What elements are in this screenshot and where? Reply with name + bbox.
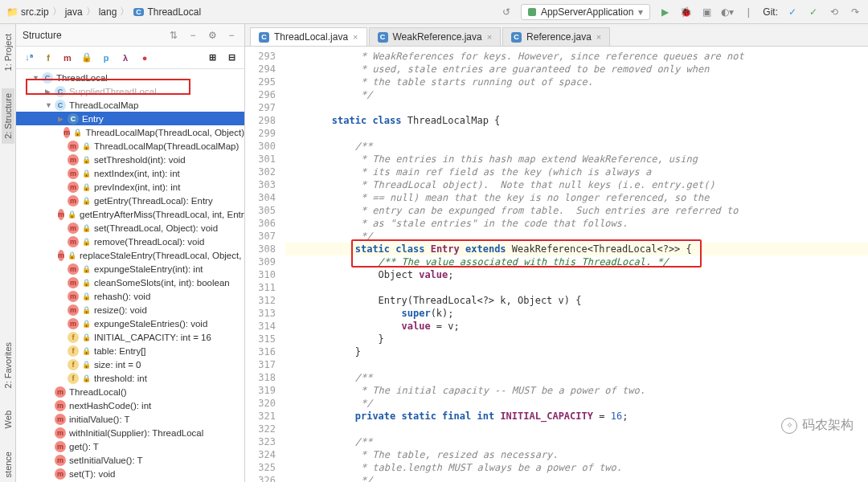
field-icon: f bbox=[68, 373, 79, 384]
method-icon: m bbox=[58, 250, 64, 261]
close-icon[interactable]: × bbox=[487, 32, 492, 42]
tree-row[interactable]: f🔒threshold: int bbox=[16, 371, 244, 385]
stop-icon[interactable]: ◐▾ bbox=[721, 6, 734, 18]
gear-icon[interactable]: ⚙ bbox=[206, 29, 219, 42]
class-icon: C bbox=[42, 72, 53, 84]
tree-row[interactable]: m🔒expungeStaleEntry(int): int bbox=[16, 262, 244, 276]
tree-row[interactable]: m🔒ThreadLocalMap(ThreadLocalMap) bbox=[16, 139, 244, 153]
sort-icon[interactable]: ⇅ bbox=[167, 29, 180, 42]
tree-row[interactable]: ▶CEntry bbox=[16, 112, 244, 125]
collapse-icon[interactable]: − bbox=[186, 29, 199, 42]
lock-icon: 🔒 bbox=[82, 224, 91, 232]
tree-row[interactable]: ▶CSuppliedThreadLocal bbox=[16, 84, 244, 98]
tree-row[interactable]: f🔒INITIAL_CAPACITY: int = 16 bbox=[16, 330, 244, 344]
tree-row[interactable]: m🔒getEntry(ThreadLocal): Entry bbox=[16, 194, 244, 207]
tree-row[interactable]: mThreadLocal() bbox=[16, 385, 244, 398]
method-icon: m bbox=[68, 154, 79, 165]
main-row: 1: Project 2: Structure 2: Favorites Web… bbox=[0, 24, 868, 482]
crumb-2[interactable]: lang bbox=[99, 6, 117, 18]
project-tab[interactable]: 1: Project bbox=[2, 29, 14, 76]
lock-icon: 🔒 bbox=[82, 306, 91, 314]
crumb-1[interactable]: java bbox=[65, 6, 83, 18]
show-inherited-icon[interactable]: 🔒 bbox=[79, 50, 95, 66]
tree-row[interactable]: m🔒rehash(): void bbox=[16, 289, 244, 303]
tree-row[interactable]: m🔒resize(): void bbox=[16, 303, 244, 317]
field-icon: f bbox=[68, 359, 79, 370]
run-icon[interactable]: ▶ bbox=[658, 6, 671, 18]
collapse-all-icon[interactable]: ⊟ bbox=[223, 50, 240, 66]
crumb-3[interactable]: ThreadLocal bbox=[147, 6, 201, 18]
coverage-icon[interactable]: ▣ bbox=[700, 6, 713, 18]
method-icon: m bbox=[55, 414, 66, 425]
tree-row[interactable]: m🔒prevIndex(int, int): int bbox=[16, 180, 244, 194]
tree-row[interactable]: m🔒cleanSomeSlots(int, int): boolean bbox=[16, 276, 244, 289]
tree-row[interactable]: minitialValue(): T bbox=[16, 412, 244, 426]
method-icon: m bbox=[68, 291, 79, 302]
tree-row[interactable]: m🔒set(ThreadLocal, Object): void bbox=[16, 221, 244, 235]
close-icon[interactable]: × bbox=[596, 32, 601, 42]
expand-all-icon[interactable]: ⊞ bbox=[204, 50, 220, 66]
lock-icon: 🔒 bbox=[68, 210, 76, 219]
tree-row[interactable]: mnextHashCode(): int bbox=[16, 398, 244, 412]
structure-tree[interactable]: ▼CThreadLocal▶CSuppliedThreadLocal▼CThre… bbox=[16, 69, 244, 482]
debug-icon[interactable]: 🐞 bbox=[679, 6, 692, 18]
show-properties-icon[interactable]: p bbox=[98, 50, 114, 66]
sort-alpha-icon[interactable]: ↓ᵃ bbox=[21, 50, 37, 66]
show-lambdas-icon[interactable]: λ bbox=[117, 50, 133, 66]
lock-icon: 🔒 bbox=[73, 129, 82, 137]
build-icon[interactable]: ↺ bbox=[500, 6, 513, 18]
lock-icon: 🔒 bbox=[82, 197, 91, 205]
tree-row[interactable]: ▼CThreadLocal bbox=[16, 71, 244, 84]
tree-row[interactable]: m🔒replaceStaleEntry(ThreadLocal, Object,… bbox=[16, 248, 244, 262]
lock-icon: 🔒 bbox=[82, 265, 91, 273]
vcs-revert-icon[interactable]: ↷ bbox=[849, 6, 862, 18]
persistence-tab[interactable]: stence bbox=[2, 447, 14, 482]
tree-row[interactable]: mget(): T bbox=[16, 439, 244, 453]
tree-row[interactable]: ▼CThreadLocalMap bbox=[16, 98, 244, 112]
lock-icon: 🔒 bbox=[82, 183, 91, 191]
code-body: 2932942952962972982993003013023033043053… bbox=[245, 47, 868, 482]
field-icon: f bbox=[68, 345, 79, 357]
lock-icon: 🔒 bbox=[82, 279, 91, 287]
method-icon: m bbox=[55, 441, 66, 452]
close-icon[interactable]: × bbox=[353, 32, 358, 42]
tree-row[interactable]: m🔒ThreadLocalMap(ThreadLocal, Object) bbox=[16, 125, 244, 139]
tree-row[interactable]: mset(T): void bbox=[16, 467, 244, 480]
favorites-tab[interactable]: 2: Favorites bbox=[2, 337, 14, 393]
tree-row[interactable]: msetInitialValue(): T bbox=[16, 453, 244, 467]
lock-icon: 🔒 bbox=[82, 156, 91, 164]
tree-row[interactable]: m🔒nextIndex(int, int): int bbox=[16, 166, 244, 180]
lock-icon: 🔒 bbox=[82, 292, 91, 300]
class-icon: C bbox=[511, 32, 522, 43]
hide-icon[interactable]: − bbox=[225, 29, 238, 42]
editor-tab-2[interactable]: CReference.java× bbox=[502, 27, 610, 46]
editor-tab-0[interactable]: CThreadLocal.java× bbox=[250, 27, 367, 46]
class-icon: C bbox=[378, 32, 388, 43]
vcs-history-icon[interactable]: ⟲ bbox=[828, 6, 841, 18]
show-fields-icon[interactable]: f bbox=[40, 50, 56, 66]
panel-title: Structure bbox=[23, 30, 62, 41]
show-methods-icon[interactable]: m bbox=[59, 50, 76, 66]
editor-tab-1[interactable]: CWeakReference.java× bbox=[369, 27, 502, 46]
tree-row[interactable]: mwithInitial(Supplier): ThreadLocal bbox=[16, 426, 244, 439]
tree-row[interactable]: m🔒getEntryAfterMiss(ThreadLocal, int, En… bbox=[16, 207, 244, 221]
separator-icon: | bbox=[742, 6, 755, 18]
method-icon: m bbox=[68, 236, 79, 247]
tree-row[interactable]: m🔒remove(ThreadLocal): void bbox=[16, 235, 244, 248]
lock-icon: 🔒 bbox=[82, 333, 91, 341]
method-icon: m bbox=[58, 209, 64, 220]
tree-row[interactable]: f🔒table: Entry[] bbox=[16, 344, 244, 357]
crumb-0[interactable]: src.zip bbox=[21, 6, 49, 18]
run-config-selector[interactable]: AppServerApplication ▾ bbox=[521, 4, 650, 20]
tree-row[interactable]: f🔒size: int = 0 bbox=[16, 357, 244, 371]
tree-row[interactable]: m🔒setThreshold(int): void bbox=[16, 153, 244, 166]
show-anon-icon[interactable]: ● bbox=[137, 50, 153, 66]
structure-tab[interactable]: 2: Structure bbox=[2, 88, 14, 144]
web-tab[interactable]: Web bbox=[2, 406, 14, 433]
vcs-update-icon[interactable]: ✓ bbox=[786, 6, 799, 18]
tree-row[interactable]: m🔒expungeStaleEntries(): void bbox=[16, 317, 244, 330]
method-icon: m bbox=[68, 263, 79, 275]
gutter: 2932942952962972982993003013023033043053… bbox=[245, 47, 285, 482]
vcs-commit-icon[interactable]: ✓ bbox=[807, 6, 820, 18]
editor-tab-bar: CThreadLocal.java×CWeakReference.java×CR… bbox=[245, 24, 868, 47]
